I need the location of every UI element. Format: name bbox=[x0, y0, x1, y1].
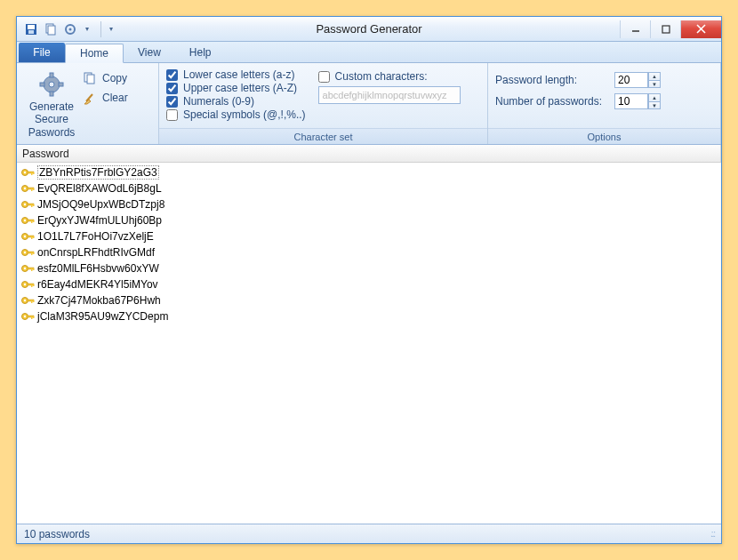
svg-point-57 bbox=[24, 284, 26, 285]
checkbox-numerals[interactable]: Numerals (0-9) bbox=[166, 95, 306, 108]
checkbox-custom-input[interactable] bbox=[318, 71, 330, 83]
svg-rect-70 bbox=[33, 316, 35, 318]
svg-rect-54 bbox=[31, 268, 33, 271]
svg-rect-48 bbox=[28, 252, 34, 253]
svg-rect-13 bbox=[50, 73, 53, 77]
svg-rect-65 bbox=[33, 300, 35, 302]
tab-view[interactable]: View bbox=[124, 43, 175, 62]
option-count: Number of passwords: ▲▼ bbox=[495, 93, 661, 109]
password-text: r6Eay4dMEKR4Yl5iMYov bbox=[37, 278, 158, 291]
count-down[interactable]: ▼ bbox=[648, 101, 661, 109]
checkbox-upper[interactable]: Upper case letters (A-Z) bbox=[166, 82, 306, 94]
svg-point-12 bbox=[49, 82, 54, 87]
column-password[interactable]: Password bbox=[17, 145, 721, 162]
password-text: 1O1L7L7FoHOi7vzXeljE bbox=[37, 230, 154, 243]
password-row[interactable]: JMSjOQ9eUpxWBcDTzpj8 bbox=[20, 196, 718, 212]
svg-rect-60 bbox=[33, 284, 35, 286]
maximize-button[interactable] bbox=[650, 20, 680, 38]
password-row[interactable]: onCnrspLRFhdtRIvGMdf bbox=[20, 244, 718, 260]
svg-rect-28 bbox=[28, 188, 34, 189]
password-row[interactable]: esfz0MlLF6Hsbvw60xYW bbox=[20, 260, 718, 276]
checkbox-special[interactable]: Special symbols (@,!,%..) bbox=[166, 108, 306, 121]
close-button[interactable] bbox=[680, 20, 721, 38]
option-count-label: Number of passwords: bbox=[495, 95, 609, 108]
quick-access-toolbar: ▾ ▾ bbox=[17, 21, 116, 37]
ribbon-tabs: File Home View Help bbox=[17, 42, 721, 63]
gear-icon[interactable] bbox=[63, 22, 77, 36]
svg-rect-39 bbox=[31, 220, 33, 223]
generate-button-label: Generate Secure Paswords bbox=[28, 100, 76, 139]
password-list[interactable]: ZBYnRPtis7FrblGY2aG3EvQREl8fXAWOdL6jB8gL… bbox=[17, 163, 721, 524]
svg-rect-24 bbox=[31, 172, 33, 175]
clear-button-label: Clear bbox=[102, 92, 128, 104]
list-header: Password bbox=[17, 145, 721, 163]
checkbox-lower-input[interactable] bbox=[166, 69, 178, 81]
tab-home[interactable]: Home bbox=[65, 44, 124, 63]
svg-rect-34 bbox=[31, 204, 33, 207]
tab-file[interactable]: File bbox=[19, 43, 65, 62]
svg-rect-63 bbox=[28, 300, 34, 301]
svg-rect-33 bbox=[28, 204, 34, 205]
app-window: ▾ ▾ Password Generator File Home View He… bbox=[16, 16, 722, 544]
checkbox-numerals-input[interactable] bbox=[166, 96, 178, 108]
status-text: 10 passwords bbox=[24, 528, 90, 540]
svg-rect-53 bbox=[28, 268, 34, 269]
clear-button[interactable]: Clear bbox=[79, 90, 132, 106]
svg-point-22 bbox=[24, 172, 26, 173]
checkbox-upper-input[interactable] bbox=[166, 83, 178, 94]
copy-button[interactable]: Copy bbox=[79, 70, 132, 86]
svg-rect-38 bbox=[28, 220, 34, 221]
key-icon bbox=[20, 246, 35, 259]
svg-rect-44 bbox=[31, 236, 33, 239]
password-row[interactable]: jClaM3R95AU9wZYCDepm bbox=[20, 308, 718, 324]
password-row[interactable]: 1O1L7L7FoHOi7vzXeljE bbox=[20, 228, 718, 244]
checkbox-special-input[interactable] bbox=[166, 109, 178, 121]
svg-rect-29 bbox=[31, 188, 33, 191]
count-input[interactable] bbox=[614, 93, 648, 109]
gear-dropdown-icon[interactable]: ▾ bbox=[83, 25, 92, 33]
copy-icon[interactable] bbox=[44, 22, 58, 36]
group-charset: Lower case letters (a-z) Upper case lett… bbox=[159, 63, 488, 144]
resize-grip-icon[interactable]: .: .: bbox=[710, 529, 714, 539]
svg-point-42 bbox=[24, 236, 26, 237]
option-length: Password length: ▲▼ bbox=[495, 72, 661, 88]
qat-customize-icon[interactable]: ▾ bbox=[107, 25, 116, 33]
password-row[interactable]: EvQREl8fXAWOdL6jB8gL bbox=[20, 180, 718, 196]
custom-chars-input[interactable]: abcdefghijklmnopqrstuvwxyz bbox=[318, 86, 461, 104]
key-icon bbox=[20, 294, 35, 307]
password-text: esfz0MlLF6Hsbvw60xYW bbox=[37, 262, 159, 275]
copy-button-label: Copy bbox=[102, 72, 127, 84]
gear-large-icon bbox=[37, 70, 66, 99]
minimize-button[interactable] bbox=[620, 20, 650, 38]
checkbox-lower[interactable]: Lower case letters (a-z) bbox=[166, 68, 306, 81]
svg-rect-49 bbox=[31, 252, 33, 255]
length-input[interactable] bbox=[614, 72, 648, 88]
key-icon bbox=[20, 214, 35, 227]
password-text: onCnrspLRFhdtRIvGMdf bbox=[37, 246, 155, 259]
password-row[interactable]: ErQyxYJW4fmULUhj60Bp bbox=[20, 212, 718, 228]
ribbon: Generate Secure Paswords Copy Clear Gene… bbox=[17, 63, 721, 145]
window-controls bbox=[620, 20, 721, 38]
key-icon bbox=[20, 182, 35, 195]
save-icon[interactable] bbox=[24, 22, 38, 36]
svg-point-62 bbox=[24, 300, 26, 301]
svg-rect-1 bbox=[28, 25, 35, 29]
password-text: jClaM3R95AU9wZYCDepm bbox=[37, 310, 168, 323]
length-up[interactable]: ▲ bbox=[648, 72, 661, 80]
generate-button[interactable]: Generate Secure Paswords bbox=[24, 67, 79, 142]
password-row[interactable]: Zxk7Cj47Mokba67P6Hwh bbox=[20, 292, 718, 308]
svg-point-6 bbox=[69, 28, 72, 30]
svg-rect-4 bbox=[48, 26, 55, 35]
length-down[interactable]: ▼ bbox=[648, 80, 661, 88]
svg-rect-50 bbox=[33, 252, 35, 254]
key-icon bbox=[20, 166, 35, 179]
checkbox-custom[interactable]: Custom characters: bbox=[318, 70, 461, 83]
svg-rect-35 bbox=[33, 204, 35, 206]
svg-rect-69 bbox=[31, 316, 33, 319]
count-up[interactable]: ▲ bbox=[648, 93, 661, 101]
tab-help[interactable]: Help bbox=[175, 43, 226, 62]
password-row[interactable]: ZBYnRPtis7FrblGY2aG3 bbox=[20, 164, 718, 180]
svg-rect-30 bbox=[33, 188, 35, 190]
password-row[interactable]: r6Eay4dMEKR4Yl5iMYov bbox=[20, 276, 718, 292]
svg-rect-59 bbox=[31, 284, 33, 287]
